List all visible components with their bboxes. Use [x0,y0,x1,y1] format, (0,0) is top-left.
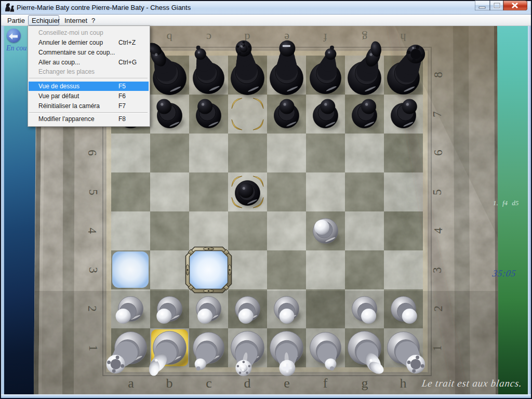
svg-text:d: d [244,376,251,391]
svg-text:3: 3 [87,267,100,273]
svg-text:6: 6 [86,150,99,156]
svg-text:h: h [401,31,406,44]
svg-text:b: b [166,376,173,391]
svg-text:c: c [206,376,212,391]
svg-text:c: c [206,31,211,44]
svg-text:f: f [323,376,328,391]
svg-text:4: 4 [432,228,445,234]
svg-text:f: f [323,31,327,44]
svg-text:1: 1 [431,345,444,351]
svg-text:e: e [284,376,290,391]
svg-text:5: 5 [87,189,100,195]
svg-text:2: 2 [86,305,99,312]
svg-text:4: 4 [86,228,99,234]
svg-text:5: 5 [431,189,444,195]
svg-text:6: 6 [432,150,445,156]
svg-text:a: a [128,376,134,391]
svg-text:g: g [362,376,368,391]
svg-text:b: b [167,31,172,44]
svg-text:g: g [362,31,368,44]
svg-text:3: 3 [431,267,444,273]
svg-text:h: h [400,376,407,391]
svg-text:7: 7 [431,111,444,117]
svg-text:8: 8 [432,72,445,78]
svg-text:1: 1 [87,345,100,351]
svg-text:2: 2 [432,305,445,312]
